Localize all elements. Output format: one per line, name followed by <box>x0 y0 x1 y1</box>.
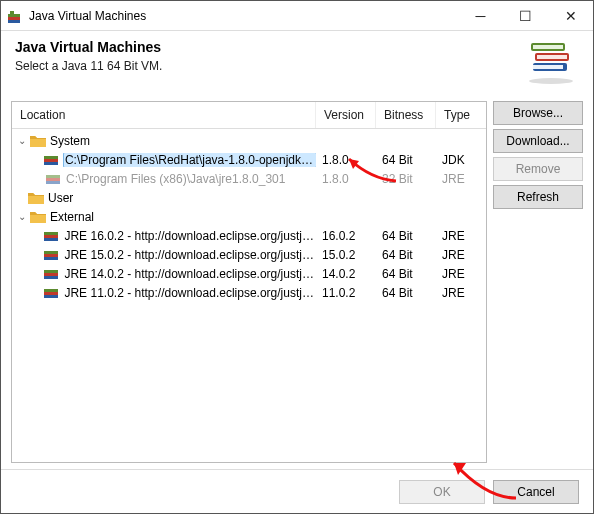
col-version[interactable]: Version <box>316 102 376 128</box>
svg-rect-19 <box>44 238 58 241</box>
dialog-window: Java Virtual Machines ─ ☐ ✕ Java Virtual… <box>0 0 594 514</box>
svg-rect-0 <box>8 14 20 17</box>
jre-icon <box>44 229 60 243</box>
svg-rect-12 <box>44 159 58 162</box>
maximize-button[interactable]: ☐ <box>503 1 548 30</box>
tree-body: ⌄ System C:\Program Files\RedHat\java-1.… <box>12 129 486 462</box>
tree-item[interactable]: JRE 15.0.2 - http://download.eclipse.org… <box>12 245 486 264</box>
folder-icon <box>30 134 46 148</box>
dialog-subtext: Select a Java 11 64 Bit VM. <box>15 59 523 73</box>
titlebar: Java Virtual Machines ─ ☐ ✕ <box>1 1 593 31</box>
ok-button: OK <box>399 480 485 504</box>
svg-rect-1 <box>8 17 20 20</box>
jre-icon <box>44 248 60 262</box>
dialog-heading: Java Virtual Machines <box>15 39 523 55</box>
svg-rect-21 <box>44 254 58 257</box>
tree-node-external[interactable]: ⌄ External <box>12 207 486 226</box>
app-icon <box>7 8 23 24</box>
content-area: Location Version Bitness Type ⌄ System C… <box>1 95 593 469</box>
tree-node-user[interactable]: User <box>12 188 486 207</box>
books-icon <box>523 39 579 85</box>
tree-item[interactable]: JRE 16.0.2 - http://download.eclipse.org… <box>12 226 486 245</box>
download-button[interactable]: Download... <box>493 129 583 153</box>
svg-rect-26 <box>44 289 58 292</box>
remove-button: Remove <box>493 157 583 181</box>
chevron-down-icon[interactable]: ⌄ <box>16 135 28 146</box>
close-button[interactable]: ✕ <box>548 1 593 30</box>
tree-header: Location Version Bitness Type <box>12 102 486 129</box>
svg-rect-22 <box>44 257 58 260</box>
svg-rect-16 <box>46 181 60 184</box>
tree-item[interactable]: JRE 11.0.2 - http://download.eclipse.org… <box>12 283 486 302</box>
svg-rect-23 <box>44 270 58 273</box>
chevron-down-icon[interactable]: ⌄ <box>16 211 28 222</box>
jre-icon <box>46 172 62 186</box>
col-bitness[interactable]: Bitness <box>376 102 436 128</box>
svg-rect-17 <box>44 232 58 235</box>
svg-rect-15 <box>46 178 60 181</box>
jre-icon <box>44 267 60 281</box>
jre-icon <box>44 286 60 300</box>
svg-rect-8 <box>533 65 563 69</box>
minimize-button[interactable]: ─ <box>458 1 503 30</box>
tree-item[interactable]: JRE 14.0.2 - http://download.eclipse.org… <box>12 264 486 283</box>
dialog-footer: OK Cancel <box>1 469 593 513</box>
col-type[interactable]: Type <box>436 102 486 128</box>
svg-rect-25 <box>44 276 58 279</box>
tree-item[interactable]: C:\Program Files\RedHat\java-1.8.0-openj… <box>12 150 486 169</box>
browse-button[interactable]: Browse... <box>493 101 583 125</box>
svg-rect-18 <box>44 235 58 238</box>
svg-rect-13 <box>44 162 58 165</box>
svg-rect-20 <box>44 251 58 254</box>
cancel-button[interactable]: Cancel <box>493 480 579 504</box>
tree-node-system[interactable]: ⌄ System <box>12 131 486 150</box>
svg-rect-24 <box>44 273 58 276</box>
refresh-button[interactable]: Refresh <box>493 185 583 209</box>
svg-rect-10 <box>533 45 563 49</box>
svg-rect-2 <box>8 20 20 23</box>
jre-icon <box>44 153 60 167</box>
col-location[interactable]: Location <box>12 102 316 128</box>
svg-rect-28 <box>44 295 58 298</box>
svg-rect-27 <box>44 292 58 295</box>
svg-rect-11 <box>44 156 58 159</box>
svg-point-4 <box>529 78 573 84</box>
svg-rect-3 <box>10 11 14 14</box>
folder-icon <box>28 191 44 205</box>
tree-item[interactable]: C:\Program Files (x86)\Java\jre1.8.0_301… <box>12 169 486 188</box>
dialog-header: Java Virtual Machines Select a Java 11 6… <box>1 31 593 95</box>
side-buttons: Browse... Download... Remove Refresh <box>493 101 583 463</box>
folder-icon <box>30 210 46 224</box>
vm-tree[interactable]: Location Version Bitness Type ⌄ System C… <box>11 101 487 463</box>
window-title: Java Virtual Machines <box>29 9 458 23</box>
svg-rect-14 <box>46 175 60 178</box>
svg-rect-9 <box>537 55 567 59</box>
